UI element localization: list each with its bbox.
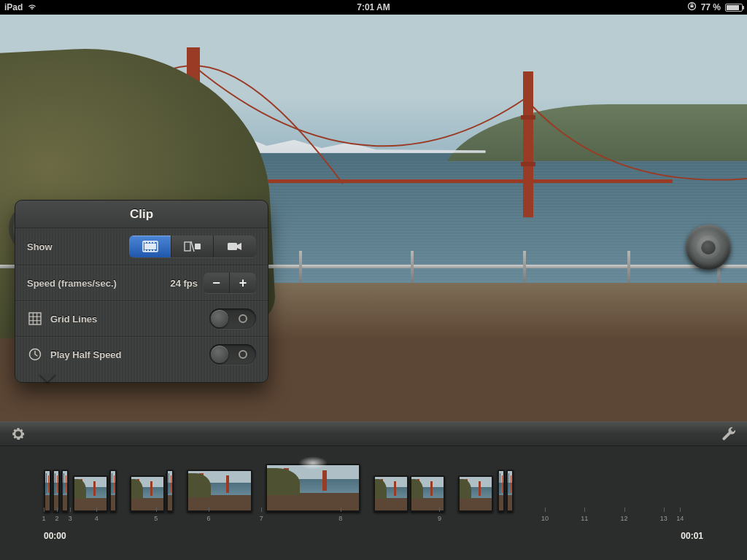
- timeline-start-time: 00:00: [44, 531, 66, 541]
- ruler-tick-label: 4: [95, 515, 98, 522]
- show-split-button[interactable]: [171, 236, 214, 257]
- battery-icon: [725, 4, 743, 12]
- frame-cluster[interactable]: [73, 470, 117, 512]
- speed-decrease-button[interactable]: −: [204, 273, 230, 293]
- status-bar: iPad 7:01 AM 77 %: [0, 0, 747, 15]
- svg-rect-11: [185, 242, 190, 251]
- svg-rect-3: [144, 242, 146, 244]
- frame-thumb[interactable]: [44, 470, 51, 512]
- frame-thumb[interactable]: [374, 475, 409, 512]
- frame-thumb[interactable]: [498, 470, 505, 512]
- popover-title: Clip: [15, 201, 268, 228]
- frame-thumb[interactable]: [187, 470, 252, 512]
- svg-rect-14: [29, 313, 41, 324]
- speed-label: Speed (frames/sec.): [27, 278, 117, 289]
- ruler-tick-label: 12: [621, 515, 628, 522]
- frame-thumb[interactable]: [410, 475, 445, 512]
- ruler-tick-label: 6: [206, 515, 210, 522]
- show-label: Show: [27, 241, 53, 252]
- timeline-toolbar: [0, 421, 747, 446]
- svg-rect-10: [153, 250, 155, 252]
- ruler-tick-label: 3: [69, 515, 72, 522]
- gear-icon: [10, 426, 26, 442]
- frame-cluster[interactable]: [44, 470, 69, 512]
- wifi-icon: [27, 2, 37, 12]
- frame-cluster[interactable]: [458, 475, 493, 512]
- svg-rect-8: [147, 250, 149, 252]
- battery-percent: 77 %: [701, 2, 721, 12]
- show-camera-button[interactable]: [214, 236, 256, 257]
- speed-value: 24 fps: [170, 278, 198, 289]
- ruler-tick-label: 8: [338, 515, 342, 522]
- half-speed-label: Play Half Speed: [50, 349, 122, 360]
- svg-rect-2: [144, 244, 156, 249]
- frame-cluster[interactable]: [498, 470, 514, 512]
- ruler-tick-label: 10: [541, 515, 549, 522]
- frame-thumb[interactable]: [130, 475, 165, 512]
- camera-icon: [227, 241, 243, 252]
- grid-lines-toggle[interactable]: [209, 308, 256, 329]
- svg-rect-4: [147, 242, 149, 244]
- tools-button[interactable]: [721, 426, 737, 442]
- timeline-time-labels: 00:00 00:01: [44, 531, 703, 541]
- clock-icon: [27, 348, 43, 361]
- ruler-tick-label: 2: [55, 515, 59, 522]
- svg-rect-7: [144, 250, 146, 252]
- record-button[interactable]: [686, 225, 731, 270]
- timeline-panel: 1234567891011121314 00:00 00:01: [0, 421, 747, 560]
- svg-rect-6: [153, 242, 155, 244]
- svg-rect-9: [150, 250, 152, 252]
- show-row: Show: [15, 228, 268, 265]
- settings-button[interactable]: [10, 426, 26, 442]
- grid-icon: [27, 312, 43, 325]
- speed-increase-button[interactable]: +: [230, 273, 256, 293]
- status-time: 7:01 AM: [357, 2, 390, 12]
- frame-thumb[interactable]: [506, 470, 514, 512]
- frame-thumb[interactable]: [458, 475, 493, 512]
- half-speed-toggle[interactable]: [209, 344, 256, 365]
- timeline-ruler: 1234567891011121314: [44, 512, 703, 522]
- frame-thumb[interactable]: [53, 470, 60, 512]
- ruler-tick-label: 9: [438, 515, 441, 522]
- frame-thumb[interactable]: [73, 475, 108, 512]
- grid-lines-label: Grid Lines: [50, 314, 97, 324]
- filmstrip[interactable]: [44, 451, 740, 512]
- frame-cluster[interactable]: [130, 470, 174, 512]
- show-segmented-control: [129, 236, 256, 257]
- svg-rect-13: [228, 243, 237, 250]
- frame-thumb-current[interactable]: [266, 464, 360, 512]
- frame-thumb[interactable]: [61, 470, 69, 512]
- grid-lines-row: Grid Lines: [15, 300, 268, 336]
- frame-cluster[interactable]: [187, 470, 252, 512]
- show-filmstrip-button[interactable]: [129, 236, 171, 257]
- frame-cluster[interactable]: [374, 475, 445, 512]
- split-frame-icon: [184, 241, 201, 252]
- frame-cluster[interactable]: [266, 464, 360, 512]
- orientation-lock-icon: [687, 1, 697, 13]
- wrench-icon: [721, 426, 737, 442]
- frame-thumb[interactable]: [109, 470, 117, 512]
- timeline-end-time: 00:01: [681, 531, 703, 541]
- record-icon: [701, 240, 716, 254]
- speed-row: Speed (frames/sec.) 24 fps − +: [15, 265, 268, 300]
- svg-rect-5: [150, 242, 152, 244]
- svg-rect-12: [195, 244, 201, 249]
- ruler-tick-label: 11: [581, 515, 588, 522]
- speed-stepper: − +: [204, 273, 256, 293]
- half-speed-row: Play Half Speed: [15, 336, 268, 372]
- clip-settings-popover: Clip Show Speed (frames/sec.) 24 fps − +: [15, 200, 268, 383]
- ruler-tick-label: 7: [260, 515, 263, 522]
- ruler-tick-label: 5: [154, 515, 158, 522]
- filmstrip-icon: [142, 241, 158, 252]
- ruler-tick-label: 13: [660, 515, 667, 522]
- device-label: iPad: [4, 2, 23, 12]
- frame-thumb[interactable]: [166, 470, 174, 512]
- ruler-tick-label: 14: [676, 515, 684, 522]
